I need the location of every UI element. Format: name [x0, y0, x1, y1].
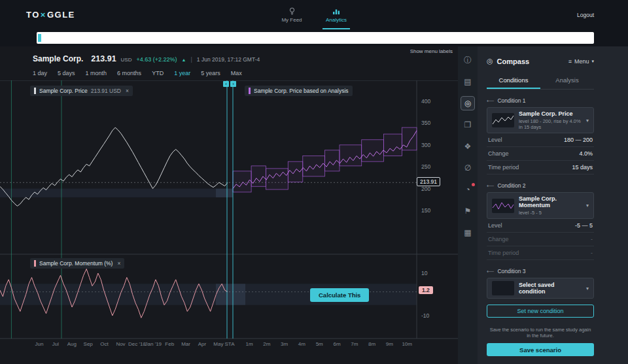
range-1month[interactable]: 1 month — [86, 70, 107, 76]
compass-sidebar: ◎ Compass ≡ Menu ▾ Conditions Analysis ⟵… — [478, 46, 628, 364]
time-range-selector: 1 day 5 days 1 month 6 months YTD 1 year… — [33, 70, 458, 76]
compass-icon: ◎ — [487, 57, 493, 65]
save-note: Save the scenario to run the same study … — [487, 327, 594, 339]
condition-1-timeperiod-row: Time period 15 days — [487, 161, 594, 174]
sidebar-title: ◎ Compass — [487, 57, 529, 65]
x-axis-label: Oct — [100, 341, 108, 347]
range-1day[interactable]: 1 day — [33, 70, 47, 76]
row-value[interactable]: -5 — 5 — [575, 222, 593, 229]
chevron-down-icon: ▾ — [586, 118, 589, 124]
notification-badge — [472, 183, 475, 186]
forecast-series-chip[interactable]: Sample Corp. Price based on Analysis — [245, 86, 353, 96]
x-axis-label: 5m — [316, 341, 323, 347]
condition-2-level-row: Level -5 — 5 — [487, 219, 594, 233]
series-color-bar — [34, 260, 36, 267]
sidebar-title-text: Compass — [497, 58, 530, 65]
price-series-chip[interactable]: Sample Corp. Price 213.91 USD × — [30, 86, 133, 96]
series-color-bar — [34, 88, 36, 94]
layers-icon[interactable]: ❐ — [461, 118, 475, 132]
condition-subtitle: level -5 - 5 — [519, 210, 582, 216]
logo-text-prefix: TO — [26, 10, 40, 20]
close-icon[interactable]: × — [117, 260, 120, 267]
archive-icon[interactable]: ▦ — [461, 225, 475, 240]
condition-3-label: ⟵ Condition 3 — [487, 268, 594, 274]
row-value[interactable]: 15 days — [572, 164, 593, 171]
series-color-bar — [249, 88, 251, 94]
tab-conditions[interactable]: Conditions — [487, 72, 540, 89]
stock-name: Sample Corp. — [33, 54, 83, 63]
row-value: - — [591, 250, 593, 256]
series-name: Sample Corp. Price — [39, 88, 88, 94]
condition-arrow-icon: ⟵ — [487, 269, 494, 274]
info-icon[interactable]: ⓘ — [461, 53, 475, 67]
stock-header: Sample Corp. 213.91 USD +4.63 (+2.22%) ▲… — [33, 54, 458, 63]
set-new-condition-button[interactable]: Set new condition — [487, 305, 594, 318]
menu-label: Menu — [574, 58, 589, 65]
x-axis-label: Aug — [67, 341, 77, 347]
row-value[interactable]: 4.0% — [579, 150, 593, 157]
menu-icon: ≡ — [568, 58, 572, 65]
lightbulb-icon — [288, 7, 296, 15]
x-axis-label: Mar — [181, 341, 190, 347]
x-axis-label: 3m — [281, 341, 288, 347]
x-axis-label: Jan '19 — [145, 341, 162, 347]
x-axis-label: Feb — [165, 341, 174, 347]
x-axis-label: Jul — [52, 341, 59, 347]
condition-2-change-row: Change - — [487, 233, 594, 246]
alerts-icon[interactable]: ◔ — [461, 182, 475, 197]
logout-link[interactable]: Logout — [577, 12, 594, 18]
nav-my-feed[interactable]: My Feed — [278, 0, 305, 29]
x-axis-label: Dec '18 — [128, 341, 146, 347]
close-icon[interactable]: × — [126, 88, 129, 94]
search-bar[interactable] — [37, 32, 594, 44]
row-value[interactable]: 180 — 200 — [564, 137, 593, 143]
x-axis-label: 9m — [386, 341, 393, 347]
chevron-down-icon: ▾ — [586, 203, 589, 208]
condition-3-card[interactable]: Select saved condition ▾ — [487, 278, 594, 299]
condition-1-card[interactable]: Sample Corp. Price level 180 - 200, rise… — [487, 107, 594, 133]
nav-label: My Feed — [281, 17, 302, 23]
chevron-down-icon: ▾ — [586, 286, 589, 291]
x-axis-label: Nov — [116, 341, 125, 347]
range-ytd[interactable]: YTD — [152, 70, 164, 76]
condition-1-label: ⟵ Condition 1 — [487, 97, 594, 104]
clipboard-icon[interactable]: ▤ — [461, 74, 475, 89]
menu-button[interactable]: ≡ Menu ▾ — [568, 58, 594, 65]
chart-canvas[interactable] — [0, 80, 458, 339]
logo-mark-icon: × — [41, 10, 46, 20]
condition-1-change-row: Change 4.0% — [487, 147, 594, 161]
condition-arrow-icon: ⟵ — [487, 98, 494, 104]
show-menu-labels-toggle[interactable]: Show menu labels — [410, 48, 453, 54]
x-axis-label: 4m — [298, 341, 305, 347]
eye-off-icon[interactable]: ∅ — [461, 161, 475, 175]
nav-analytics[interactable]: Analytics — [323, 0, 350, 29]
series-value: 213.91 USD — [91, 88, 121, 94]
toggle-logo[interactable]: TO×GGLE — [26, 10, 75, 20]
nodes-icon[interactable]: ❖ — [461, 139, 475, 154]
calculate-this-button[interactable]: Calculate This — [310, 288, 369, 302]
top-bar: TO×GGLE My Feed Analytics Logout — [0, 0, 628, 29]
search-input[interactable] — [37, 32, 594, 44]
range-max[interactable]: Max — [231, 70, 242, 76]
condition-2-card[interactable]: Sample Corp. Momentum level -5 - 5 ▾ — [487, 192, 594, 219]
range-6months[interactable]: 6 months — [117, 70, 141, 76]
x-axis-label: Sep — [84, 341, 93, 347]
momentum-series-chip[interactable]: Sample Corp. Momentum (%) × — [30, 258, 124, 269]
save-scenario-button[interactable]: Save scenario — [487, 343, 594, 356]
range-5days[interactable]: 5 days — [58, 70, 75, 76]
condition-subtitle: level 180 - 200, rise by 4.0% in 15 days — [519, 118, 582, 130]
range-1year[interactable]: 1 year — [174, 70, 190, 76]
row-label: Change — [488, 150, 509, 157]
pin-icon[interactable]: ⚑ — [461, 204, 475, 218]
forecast-end-handle[interactable]: › — [230, 81, 236, 87]
condition-title: Sample Corp. Price — [519, 110, 582, 117]
sidebar-tabs: Conditions Analysis — [487, 72, 594, 90]
x-axis-label: 8m — [368, 341, 375, 347]
chart-panel: Show menu labels Sample Corp. 213.91 USD… — [0, 46, 458, 364]
range-5years[interactable]: 5 years — [201, 70, 220, 76]
compass-icon[interactable]: ◎ — [461, 96, 475, 110]
forecast-start-handle[interactable]: ‹ — [223, 81, 229, 87]
tab-analysis[interactable]: Analysis — [540, 72, 594, 89]
row-label: Level — [488, 137, 502, 143]
icon-rail: ⓘ▤◎❐❖∅◔⚑▦ — [458, 46, 478, 364]
